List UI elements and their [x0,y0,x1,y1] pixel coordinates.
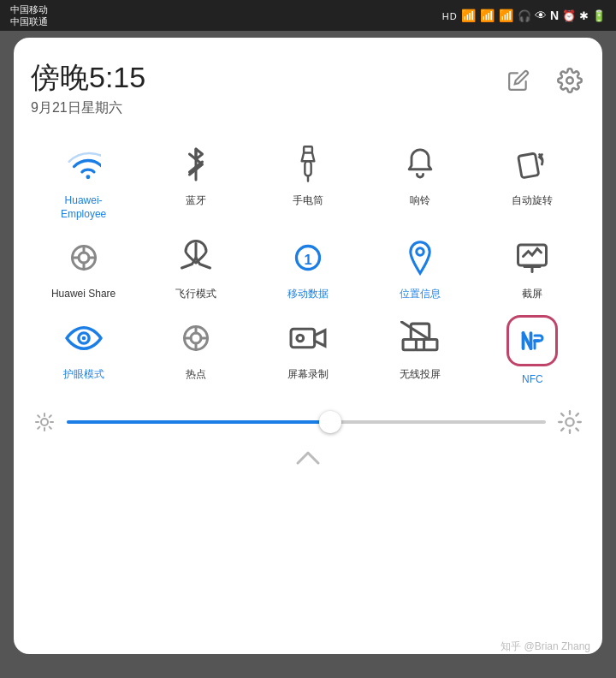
wifi-icon-wrap [61,141,107,187]
svg-point-39 [41,419,48,425]
watermark: 知乎 @Brian Zhang [500,639,590,654]
qs-item-sound[interactable]: 响铃 [368,141,473,221]
qs-item-hotspot[interactable]: 热点 [143,315,248,387]
svg-line-53 [561,413,563,415]
cast-icon-wrap [397,315,443,361]
svg-line-56 [561,429,563,431]
date-display: 9月21日星期六 [31,99,145,117]
svg-line-54 [576,429,578,431]
svg-point-29 [297,335,304,342]
svg-point-23 [191,333,201,343]
qs-item-location[interactable]: 位置信息 [368,235,473,301]
svg-line-45 [50,427,51,429]
svg-line-55 [576,413,578,415]
svg-point-21 [81,336,86,340]
chevron-row [31,449,585,467]
qs-item-share[interactable]: Huawei Share [31,235,136,301]
screenrec-icon-wrap [285,315,331,361]
nfc-icon-wrap [506,315,558,366]
brightness-high-icon [558,410,582,434]
bluetooth-icon-wrap [173,141,219,187]
qs-item-cast[interactable]: 无线投屏 [368,315,473,387]
panel-header: 傍晚5:15 9月21日星期六 [31,58,585,117]
brightness-slider[interactable] [67,420,546,424]
screenrec-label: 屏幕录制 [287,368,329,382]
time-display: 傍晚5:15 [31,58,145,98]
location-label: 位置信息 [400,288,441,301]
svg-rect-31 [403,339,416,349]
torch-label: 手电筒 [293,194,323,208]
notification-panel: 傍晚5:15 9月21日星期六 [14,38,602,654]
sound-icon-wrap [397,141,443,187]
sound-label: 响铃 [410,194,430,208]
svg-line-44 [38,416,39,418]
edit-button[interactable] [503,65,534,96]
status-icons: HD 📶 📶 📶 🎧 👁 N ⏰ ✱ 🔋 [442,9,606,22]
eye-status-icon: 👁 [535,9,547,22]
nfc-status-icon: N [550,9,559,22]
wifi-label: Huawei-Employee [61,194,106,221]
airplane-label: 飞行模式 [175,288,216,301]
qs-item-data[interactable]: 1 移动数据 [255,235,360,301]
carrier1-label: 中国移动 [10,3,48,15]
qs-item-bluetooth[interactable]: 蓝牙 [143,141,248,221]
carrier2-label: 中国联通 [10,15,48,27]
airplane-icon-wrap [173,235,219,281]
cast-label: 无线投屏 [400,368,441,382]
share-label: Huawei Share [51,288,116,301]
carrier-info: 中国移动 中国联通 [10,3,48,28]
qs-item-eyecare[interactable]: 护眼模式 [31,315,136,387]
svg-point-16 [417,248,424,255]
quick-settings-grid: Huawei-Employee 蓝牙 [31,141,585,386]
status-bar: 中国移动 中国联通 HD 📶 📶 📶 🎧 👁 N ⏰ ✱ 🔋 [0,0,616,31]
datetime-block: 傍晚5:15 9月21日星期六 [31,58,145,117]
svg-text:1: 1 [304,252,311,267]
nfc-label: NFC [522,373,543,387]
svg-line-46 [50,416,51,418]
qs-item-nfc[interactable]: NFC [480,315,585,387]
torch-icon-wrap [285,141,331,187]
qs-item-wifi[interactable]: Huawei-Employee [31,141,136,221]
battery-icon: 🔋 [592,9,606,22]
data-label: 移动数据 [287,288,329,301]
eyecare-label: 护眼模式 [63,368,104,382]
qs-item-screenrec[interactable]: 屏幕录制 [255,315,360,387]
bluetooth-status-icon: ✱ [579,9,589,22]
hotspot-label: 热点 [186,368,206,382]
svg-rect-6 [518,153,539,178]
alarm-icon: ⏰ [562,9,576,22]
svg-rect-3 [304,146,312,152]
qs-item-torch[interactable]: 手电筒 [255,141,360,221]
brightness-thumb[interactable] [319,411,341,433]
eyecare-icon-wrap [61,315,107,361]
qs-item-screenshot[interactable]: 截屏 [480,235,585,301]
hotspot-icon-wrap [173,315,219,361]
signal-icons: HD 📶 📶 📶 [442,9,514,22]
qs-item-rotate[interactable]: 自动旋转 [480,141,585,221]
svg-point-1 [86,175,90,179]
bluetooth-label: 蓝牙 [186,194,206,208]
svg-rect-34 [424,339,437,349]
brightness-low-icon [34,412,55,432]
rotate-label: 自动旋转 [512,194,553,208]
rotate-icon-wrap [509,141,555,187]
data-icon-wrap: 1 [285,235,331,281]
collapse-chevron[interactable] [294,449,322,467]
location-icon-wrap [397,235,443,281]
header-actions [503,65,585,96]
svg-point-0 [566,77,573,84]
brightness-fill [67,420,330,424]
brightness-control [31,410,585,434]
screenshot-label: 截屏 [522,288,542,301]
svg-rect-4 [305,161,311,175]
screenshot-icon-wrap [509,235,555,281]
qs-item-airplane[interactable]: 飞行模式 [143,235,248,301]
headphone-icon: 🎧 [518,9,531,22]
svg-point-48 [566,419,573,426]
share-icon-wrap [61,235,107,281]
svg-point-8 [79,253,89,263]
svg-line-47 [38,427,39,429]
settings-button[interactable] [554,65,585,96]
